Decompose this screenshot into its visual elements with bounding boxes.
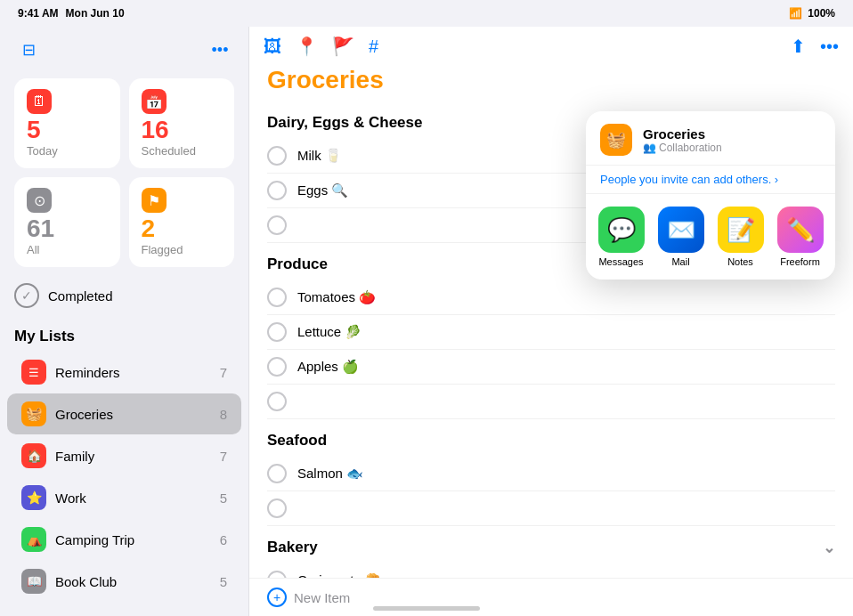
reminder-text-lettuce: Lettuce 🥬 xyxy=(297,324,835,340)
bookclub-icon: 📖 xyxy=(21,569,46,594)
reminder-check-apples[interactable] xyxy=(267,357,287,377)
family-name: Family xyxy=(55,449,211,464)
completed-check-icon: ✓ xyxy=(14,283,39,308)
share-button[interactable]: ⬆ xyxy=(791,36,806,57)
flag-button[interactable]: 🚩 xyxy=(332,36,354,57)
share-popup-header: 🧺 Groceries 👥 Collaboration xyxy=(586,111,835,166)
reminder-check-seafood-empty[interactable] xyxy=(267,498,287,518)
toolbar-right: ⬆ ••• xyxy=(791,36,839,57)
reminder-text-tomatoes: Tomatoes 🍅 xyxy=(297,289,835,305)
freeform-app-label: Freeform xyxy=(780,256,820,267)
share-app-mail[interactable]: ✉️ Mail xyxy=(654,207,708,267)
list-item-work[interactable]: ⭐ Work 5 xyxy=(7,477,241,518)
messages-app-icon: 💬 xyxy=(598,207,645,253)
flagged-count: 2 xyxy=(142,216,223,241)
battery-indicator: 100% xyxy=(808,7,835,20)
share-people-note[interactable]: People you invite can add others. › xyxy=(586,166,835,194)
bakery-expand-button[interactable]: ⌄ xyxy=(823,539,835,557)
my-lists-header: My Lists xyxy=(0,317,248,351)
wifi-icon: 📶 xyxy=(789,7,802,20)
bookclub-name: Book Club xyxy=(55,574,211,589)
add-item-text: New Item xyxy=(294,590,350,605)
all-count: 61 xyxy=(27,216,108,241)
family-icon: 🏠 xyxy=(21,443,46,468)
share-list-name: Groceries xyxy=(643,126,821,142)
freeform-app-icon: ✏️ xyxy=(777,207,824,253)
section-header-seafood: Seafood xyxy=(267,419,835,457)
reminder-check-milk[interactable] xyxy=(267,146,287,166)
smart-lists-grid: 🗓 5 Today 📅 16 Scheduled ⊙ 61 All xyxy=(0,71,248,274)
work-count: 5 xyxy=(220,490,227,506)
sidebar: ⊟ ••• 🗓 5 Today 📅 16 Scheduled xyxy=(0,27,249,616)
status-date: Mon Jun 10 xyxy=(66,7,125,20)
reminder-text-apples: Apples 🍏 xyxy=(297,359,835,375)
groceries-name: Groceries xyxy=(55,407,211,422)
reminder-item-seafood-empty xyxy=(267,491,835,526)
add-item-row[interactable]: + New Item xyxy=(249,578,853,616)
scheduled-icon: 📅 xyxy=(142,89,167,114)
sidebar-toggle-button[interactable]: ⊟ xyxy=(14,36,43,64)
location-button[interactable]: 📍 xyxy=(296,36,318,57)
reminder-item-salmon: Salmon 🐟 xyxy=(267,457,835,491)
status-time: 9:41 AM xyxy=(18,7,59,20)
completed-item[interactable]: ✓ Completed xyxy=(0,274,248,317)
today-count: 5 xyxy=(27,118,108,142)
smart-list-all[interactable]: ⊙ 61 All xyxy=(14,177,120,267)
mail-app-label: Mail xyxy=(671,256,689,267)
work-icon: ⭐ xyxy=(21,485,46,510)
share-apps: 💬 Messages ✉️ Mail 📝 Notes ✏️ Freeform xyxy=(586,194,835,280)
camping-name: Camping Trip xyxy=(55,532,211,547)
photos-button[interactable]: 🖼 xyxy=(264,36,281,57)
work-name: Work xyxy=(55,490,211,506)
list-item-camping[interactable]: ⛺ Camping Trip 6 xyxy=(7,519,241,560)
reminder-text-salmon: Salmon 🐟 xyxy=(297,466,835,482)
add-item-icon: + xyxy=(267,588,287,607)
reminder-check-produce-empty[interactable] xyxy=(267,392,287,411)
toolbar-left: 🖼 📍 🚩 # xyxy=(264,36,378,57)
groceries-count: 8 xyxy=(220,407,227,422)
smart-list-flagged[interactable]: ⚑ 2 Flagged xyxy=(129,177,235,267)
reminder-item-apples: Apples 🍏 xyxy=(267,350,835,385)
reminders-name: Reminders xyxy=(55,365,211,380)
groceries-icon: 🧺 xyxy=(21,401,46,426)
smart-list-scheduled[interactable]: 📅 16 Scheduled xyxy=(129,78,235,168)
reminder-check-lettuce[interactable] xyxy=(267,322,287,342)
reminder-check-dairy-empty[interactable] xyxy=(267,215,287,235)
list-item-bookclub[interactable]: 📖 Book Club 5 xyxy=(7,561,241,602)
share-app-messages[interactable]: 💬 Messages xyxy=(595,207,648,267)
home-indicator xyxy=(373,606,480,611)
reminders-count: 7 xyxy=(220,365,227,380)
sidebar-more-button[interactable]: ••• xyxy=(206,36,234,64)
reminder-check-tomatoes[interactable] xyxy=(267,288,287,307)
list-item-family[interactable]: 🏠 Family 7 xyxy=(7,435,241,476)
list-item-groceries[interactable]: 🧺 Groceries 8 xyxy=(7,393,241,434)
share-list-icon: 🧺 xyxy=(600,124,632,156)
all-icon: ⊙ xyxy=(27,188,52,213)
list-item-reminders[interactable]: ☰ Reminders 7 xyxy=(7,352,241,393)
sidebar-top-bar: ⊟ ••• xyxy=(0,27,248,71)
tag-button[interactable]: # xyxy=(369,36,378,57)
section-header-bakery: Bakery ⌄ xyxy=(267,526,835,563)
flagged-label: Flagged xyxy=(142,243,223,256)
status-bar: 9:41 AM Mon Jun 10 📶 100% xyxy=(0,0,853,27)
status-bar-right: 📶 100% xyxy=(789,7,835,20)
family-count: 7 xyxy=(220,449,227,464)
today-icon: 🗓 xyxy=(27,89,52,114)
more-options-button[interactable]: ••• xyxy=(820,36,839,57)
mail-app-icon: ✉️ xyxy=(658,207,704,253)
all-label: All xyxy=(27,243,108,256)
smart-list-today[interactable]: 🗓 5 Today xyxy=(14,78,120,168)
reminder-check-croissants[interactable] xyxy=(267,571,287,578)
notes-app-label: Notes xyxy=(727,256,753,267)
share-list-sub: 👥 Collaboration xyxy=(643,142,821,154)
share-app-freeform[interactable]: ✏️ Freeform xyxy=(774,207,827,267)
today-label: Today xyxy=(27,144,108,158)
reminder-item-produce-empty xyxy=(267,385,835,419)
reminder-check-eggs[interactable] xyxy=(267,181,287,200)
main-content: 🖼 📍 🚩 # ⬆ ••• Groceries Dairy, Eggs & Ch… xyxy=(249,27,853,616)
share-app-notes[interactable]: 📝 Notes xyxy=(714,207,768,267)
add-list-button[interactable]: Add List xyxy=(0,603,248,616)
reminder-check-salmon[interactable] xyxy=(267,464,287,483)
completed-label: Completed xyxy=(48,288,113,304)
share-popup: 🧺 Groceries 👥 Collaboration People you i… xyxy=(586,111,835,280)
